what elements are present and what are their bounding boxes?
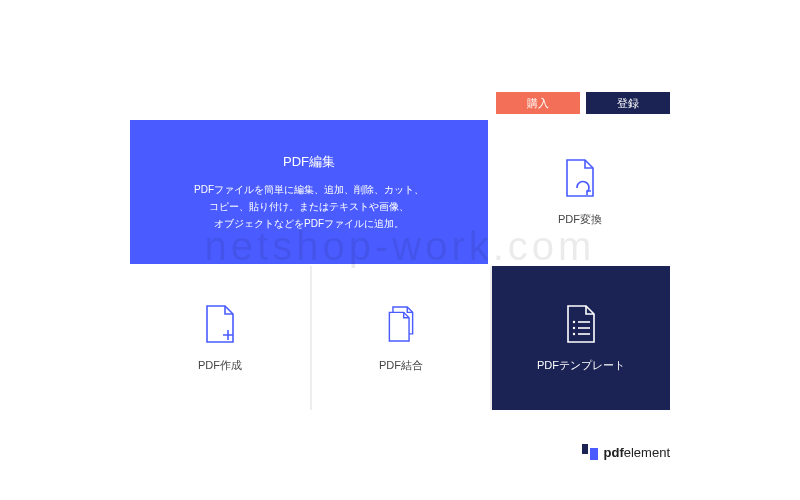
brand-text: pdfelement	[604, 445, 670, 460]
card-pdf-convert[interactable]: PDF変換	[490, 120, 670, 264]
top-button-bar: 購入 登録	[496, 92, 670, 114]
grid-row-2: PDF作成 PDF結合	[130, 266, 670, 410]
card-pdf-create[interactable]: PDF作成	[130, 266, 310, 410]
card-label: PDF変換	[558, 212, 602, 227]
file-stack-icon	[384, 304, 418, 344]
card-pdf-template[interactable]: PDFテンプレート	[490, 266, 670, 410]
file-refresh-icon	[563, 158, 597, 198]
action-grid: PDF編集 PDFファイルを簡単に編集、追加、削除、カット、 コピー、貼り付け。…	[130, 120, 670, 410]
desc-line: PDFファイルを簡単に編集、追加、削除、カット、	[194, 184, 424, 195]
desc-line: オブジェクトなどをPDFファイルに追加。	[214, 218, 404, 229]
card-label: PDF結合	[379, 358, 423, 373]
svg-point-0	[573, 320, 575, 322]
card-label: PDFテンプレート	[537, 358, 625, 373]
card-pdf-merge[interactable]: PDF結合	[310, 266, 490, 410]
brand-bold: pdf	[604, 445, 624, 460]
buy-button[interactable]: 購入	[496, 92, 580, 114]
card-pdf-edit[interactable]: PDF編集 PDFファイルを簡単に編集、追加、削除、カット、 コピー、貼り付け。…	[130, 120, 490, 264]
svg-point-1	[573, 326, 575, 328]
brand-logo-area: pdfelement	[582, 444, 670, 460]
brand-rest: element	[624, 445, 670, 460]
svg-point-2	[573, 332, 575, 334]
desc-line: コピー、貼り付け。またはテキストや画像、	[209, 201, 409, 212]
card-description: PDFファイルを簡単に編集、追加、削除、カット、 コピー、貼り付け。またはテキス…	[194, 181, 424, 232]
card-label: PDF作成	[198, 358, 242, 373]
grid-row-1: PDF編集 PDFファイルを簡単に編集、追加、削除、カット、 コピー、貼り付け。…	[130, 120, 670, 264]
file-plus-icon	[203, 304, 237, 344]
brand-mark-icon	[582, 444, 598, 460]
register-button[interactable]: 登録	[586, 92, 670, 114]
card-title: PDF編集	[283, 153, 335, 171]
file-list-icon	[564, 304, 598, 344]
